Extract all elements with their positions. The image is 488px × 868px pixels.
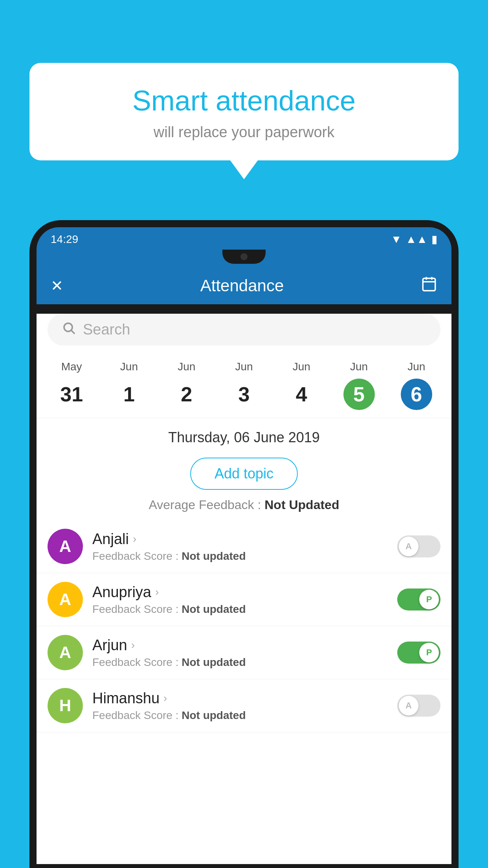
cal-month-label: Jun [407, 360, 425, 373]
student-name: Arjun › [92, 637, 388, 654]
student-avatar: A [48, 635, 83, 670]
app-content: Search May31Jun1Jun2Jun3Jun4Jun5Jun6 Thu… [37, 314, 451, 864]
student-avatar: H [48, 688, 83, 723]
student-name: Anjali › [92, 531, 388, 548]
student-arrow: › [133, 533, 136, 545]
speech-bubble: Smart attendance will replace your paper… [29, 63, 459, 160]
student-arrow: › [155, 586, 159, 598]
cal-date-label: 1 [113, 379, 145, 410]
cal-date-label: 31 [56, 379, 87, 410]
notch-bar [37, 250, 451, 267]
attendance-toggle[interactable]: P [397, 642, 440, 664]
student-arrow: › [131, 639, 135, 651]
toggle-knob: P [419, 590, 439, 609]
student-feedback: Feedback Score : Not updated [92, 656, 388, 669]
battery-icon: ▮ [431, 233, 437, 246]
student-item[interactable]: AAnupriya ›Feedback Score : Not updatedP [37, 573, 451, 626]
student-feedback: Feedback Score : Not updated [92, 550, 388, 563]
calendar-day[interactable]: Jun2 [165, 357, 208, 418]
student-info: Arjun ›Feedback Score : Not updated [92, 637, 388, 669]
signal-icon: ▲▲ [406, 233, 427, 246]
student-item[interactable]: HHimanshu ›Feedback Score : Not updatedA [37, 679, 451, 732]
notch [222, 250, 266, 264]
attendance-toggle[interactable]: P [397, 588, 440, 611]
cal-date-label: 2 [171, 379, 202, 410]
status-time: 14:29 [51, 233, 78, 246]
student-avatar: A [48, 529, 83, 564]
speech-subtitle: will replace your paperwork [53, 124, 435, 141]
feedback-value: Not updated [182, 603, 246, 615]
attendance-toggle[interactable]: A [397, 535, 440, 557]
student-feedback: Feedback Score : Not updated [92, 709, 388, 722]
student-info: Anjali ›Feedback Score : Not updated [92, 531, 388, 563]
phone-frame-container: 14:29 ▼ ▲▲ ▮ ✕ Attendance [29, 220, 459, 868]
attendance-toggle[interactable]: A [397, 695, 440, 717]
toggle-knob: A [399, 537, 418, 556]
status-bar: 14:29 ▼ ▲▲ ▮ [37, 227, 451, 250]
app-header: ✕ Attendance [37, 267, 451, 304]
camera [240, 253, 248, 260]
svg-rect-0 [423, 278, 435, 291]
student-arrow: › [163, 692, 167, 704]
avg-feedback-value: Not Updated [264, 498, 339, 512]
selected-date: Thursday, 06 June 2019 [37, 418, 451, 450]
student-list: AAnjali ›Feedback Score : Not updatedAAA… [37, 520, 451, 732]
calendar-icon[interactable] [421, 276, 437, 296]
phone-frame: 14:29 ▼ ▲▲ ▮ ✕ Attendance [29, 220, 459, 868]
feedback-value: Not updated [182, 550, 246, 562]
cal-month-label: Jun [120, 360, 138, 373]
calendar-day[interactable]: Jun5 [338, 357, 380, 418]
student-info: Anupriya ›Feedback Score : Not updated [92, 584, 388, 616]
toggle-knob: A [399, 696, 418, 715]
svg-line-5 [72, 331, 75, 334]
cal-date-label: 6 [401, 379, 432, 410]
student-name: Anupriya › [92, 584, 388, 601]
calendar-day[interactable]: Jun3 [223, 357, 265, 418]
calendar-day[interactable]: May31 [50, 357, 93, 418]
cal-date-label: 4 [286, 379, 317, 410]
speech-title: Smart attendance [53, 85, 435, 117]
toggle-knob: P [419, 643, 439, 662]
student-info: Himanshu ›Feedback Score : Not updated [92, 690, 388, 722]
cal-date-label: 5 [343, 379, 375, 410]
cal-month-label: Jun [293, 360, 310, 373]
student-feedback: Feedback Score : Not updated [92, 603, 388, 616]
student-item[interactable]: AArjun ›Feedback Score : Not updatedP [37, 626, 451, 679]
avg-feedback: Average Feedback : Not Updated [37, 498, 451, 512]
add-topic-button[interactable]: Add topic [190, 458, 298, 490]
status-icons: ▼ ▲▲ ▮ [391, 233, 437, 246]
svg-point-4 [64, 323, 72, 331]
student-item[interactable]: AAnjali ›Feedback Score : Not updatedA [37, 520, 451, 573]
cal-month-label: Jun [235, 360, 253, 373]
calendar-strip: May31Jun1Jun2Jun3Jun4Jun5Jun6 [37, 352, 451, 418]
search-input[interactable]: Search [83, 321, 130, 338]
close-button[interactable]: ✕ [51, 277, 63, 294]
wifi-icon: ▼ [391, 233, 402, 246]
calendar-day[interactable]: Jun4 [280, 357, 323, 418]
search-bar[interactable]: Search [48, 314, 440, 346]
feedback-value: Not updated [182, 709, 246, 721]
feedback-value: Not updated [182, 656, 246, 668]
search-icon [62, 321, 76, 338]
cal-month-label: Jun [178, 360, 195, 373]
calendar-day[interactable]: Jun1 [108, 357, 150, 418]
app-title: Attendance [200, 276, 284, 295]
student-avatar: A [48, 582, 83, 617]
cal-month-label: Jun [350, 360, 368, 373]
student-name: Himanshu › [92, 690, 388, 707]
calendar-day[interactable]: Jun6 [395, 357, 438, 418]
cal-date-label: 3 [228, 379, 260, 410]
avg-feedback-label: Average Feedback : [149, 498, 261, 512]
cal-month-label: May [61, 360, 82, 373]
